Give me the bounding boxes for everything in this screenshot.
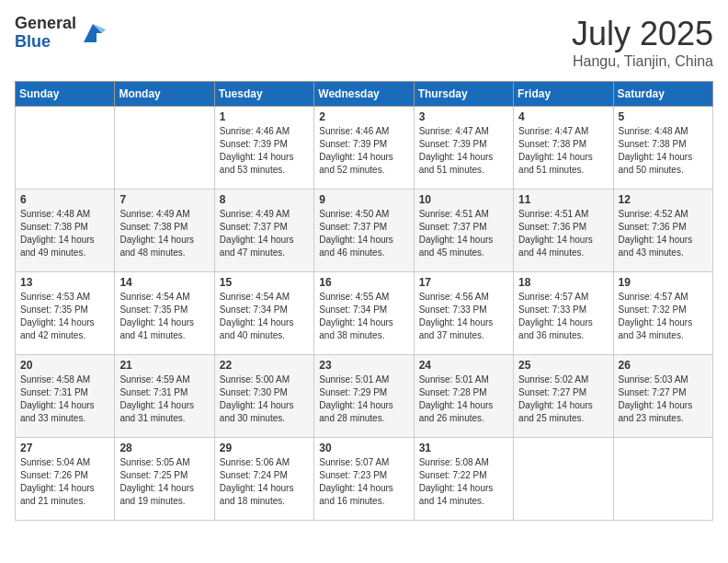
- day-number: 19: [619, 276, 708, 289]
- calendar-cell: 19Sunrise: 4:57 AMSunset: 7:32 PMDayligh…: [613, 272, 712, 355]
- day-number: 23: [319, 359, 408, 372]
- header-day: Friday: [514, 82, 613, 107]
- calendar-cell: [613, 438, 712, 521]
- calendar-cell: [514, 438, 613, 521]
- day-number: 15: [220, 276, 309, 289]
- day-info: Sunrise: 4:46 AMSunset: 7:39 PMDaylight:…: [319, 125, 408, 177]
- day-number: 16: [319, 276, 408, 289]
- calendar-cell: 24Sunrise: 5:01 AMSunset: 7:28 PMDayligh…: [414, 355, 513, 438]
- day-number: 5: [619, 110, 708, 123]
- day-number: 18: [518, 276, 608, 289]
- day-number: 2: [319, 110, 408, 123]
- day-info: Sunrise: 4:49 AMSunset: 7:37 PMDaylight:…: [220, 208, 309, 259]
- day-number: 26: [619, 359, 708, 372]
- header-day: Wednesday: [314, 82, 414, 107]
- day-number: 21: [119, 359, 209, 372]
- day-number: 14: [119, 276, 209, 289]
- calendar-header: SundayMondayTuesdayWednesdayThursdayFrid…: [16, 82, 713, 107]
- calendar-cell: [16, 107, 115, 190]
- header-day: Tuesday: [214, 82, 313, 107]
- calendar-cell: 29Sunrise: 5:06 AMSunset: 7:24 PMDayligh…: [214, 438, 313, 521]
- page-header: General Blue July 2025 Hangu, Tianjin, C…: [15, 15, 713, 70]
- day-number: 24: [419, 359, 508, 372]
- calendar-week: 27Sunrise: 5:04 AMSunset: 7:26 PMDayligh…: [16, 438, 713, 521]
- day-number: 6: [20, 193, 109, 206]
- day-info: Sunrise: 4:48 AMSunset: 7:38 PMDaylight:…: [619, 125, 708, 177]
- day-number: 10: [419, 193, 508, 206]
- calendar-cell: 6Sunrise: 4:48 AMSunset: 7:38 PMDaylight…: [16, 190, 115, 272]
- day-info: Sunrise: 5:05 AMSunset: 7:25 PMDaylight:…: [119, 456, 209, 508]
- day-number: 9: [319, 193, 408, 206]
- calendar-cell: 14Sunrise: 4:54 AMSunset: 7:35 PMDayligh…: [115, 272, 214, 355]
- logo-general: General: [15, 15, 76, 33]
- day-info: Sunrise: 4:54 AMSunset: 7:34 PMDaylight:…: [220, 291, 309, 342]
- day-info: Sunrise: 4:52 AMSunset: 7:36 PMDaylight:…: [619, 208, 708, 259]
- logo-blue: Blue: [15, 33, 76, 52]
- day-info: Sunrise: 4:58 AMSunset: 7:31 PMDaylight:…: [20, 373, 109, 425]
- day-number: 27: [20, 442, 109, 454]
- day-info: Sunrise: 4:49 AMSunset: 7:38 PMDaylight:…: [119, 208, 209, 259]
- day-number: 11: [518, 193, 608, 206]
- day-number: 4: [518, 110, 608, 123]
- day-info: Sunrise: 4:46 AMSunset: 7:39 PMDaylight:…: [220, 125, 309, 177]
- day-info: Sunrise: 4:51 AMSunset: 7:36 PMDaylight:…: [518, 208, 608, 259]
- day-number: 22: [220, 359, 309, 372]
- calendar-body: 1Sunrise: 4:46 AMSunset: 7:39 PMDaylight…: [16, 107, 713, 521]
- day-number: 20: [20, 359, 109, 372]
- logo: General Blue: [15, 15, 106, 52]
- day-number: 13: [20, 276, 109, 289]
- calendar-cell: 9Sunrise: 4:50 AMSunset: 7:37 PMDaylight…: [314, 190, 414, 272]
- calendar-subtitle: Hangu, Tianjin, China: [572, 53, 713, 70]
- calendar-week: 13Sunrise: 4:53 AMSunset: 7:35 PMDayligh…: [16, 272, 713, 355]
- header-day: Sunday: [16, 82, 115, 107]
- calendar-cell: 17Sunrise: 4:56 AMSunset: 7:33 PMDayligh…: [414, 272, 513, 355]
- day-number: 17: [419, 276, 508, 289]
- header-day: Saturday: [613, 82, 712, 107]
- day-info: Sunrise: 4:54 AMSunset: 7:35 PMDaylight:…: [119, 291, 209, 342]
- header-day: Monday: [115, 82, 214, 107]
- calendar-cell: 26Sunrise: 5:03 AMSunset: 7:27 PMDayligh…: [613, 355, 712, 438]
- calendar-week: 20Sunrise: 4:58 AMSunset: 7:31 PMDayligh…: [16, 355, 713, 438]
- day-info: Sunrise: 4:56 AMSunset: 7:33 PMDaylight:…: [419, 291, 508, 342]
- day-info: Sunrise: 4:55 AMSunset: 7:34 PMDaylight:…: [319, 291, 408, 342]
- calendar-cell: 27Sunrise: 5:04 AMSunset: 7:26 PMDayligh…: [16, 438, 115, 521]
- calendar-cell: 30Sunrise: 5:07 AMSunset: 7:23 PMDayligh…: [314, 438, 414, 521]
- calendar-cell: 13Sunrise: 4:53 AMSunset: 7:35 PMDayligh…: [16, 272, 115, 355]
- day-info: Sunrise: 5:01 AMSunset: 7:28 PMDaylight:…: [419, 373, 508, 425]
- calendar-table: SundayMondayTuesdayWednesdayThursdayFrid…: [15, 81, 713, 521]
- calendar-cell: 4Sunrise: 4:47 AMSunset: 7:38 PMDaylight…: [514, 107, 613, 190]
- calendar-cell: 2Sunrise: 4:46 AMSunset: 7:39 PMDaylight…: [314, 107, 414, 190]
- day-info: Sunrise: 5:00 AMSunset: 7:30 PMDaylight:…: [220, 373, 309, 425]
- calendar-cell: 10Sunrise: 4:51 AMSunset: 7:37 PMDayligh…: [414, 190, 513, 272]
- calendar-cell: 5Sunrise: 4:48 AMSunset: 7:38 PMDaylight…: [613, 107, 712, 190]
- calendar-week: 1Sunrise: 4:46 AMSunset: 7:39 PMDaylight…: [16, 107, 713, 190]
- header-day: Thursday: [414, 82, 513, 107]
- day-info: Sunrise: 5:08 AMSunset: 7:22 PMDaylight:…: [419, 456, 508, 508]
- calendar-cell: 18Sunrise: 4:57 AMSunset: 7:33 PMDayligh…: [514, 272, 613, 355]
- calendar-cell: 3Sunrise: 4:47 AMSunset: 7:39 PMDaylight…: [414, 107, 513, 190]
- header-row: SundayMondayTuesdayWednesdayThursdayFrid…: [16, 82, 713, 107]
- day-number: 28: [119, 442, 209, 454]
- calendar-cell: 12Sunrise: 4:52 AMSunset: 7:36 PMDayligh…: [613, 190, 712, 272]
- day-info: Sunrise: 4:59 AMSunset: 7:31 PMDaylight:…: [119, 373, 209, 425]
- day-number: 1: [220, 110, 309, 123]
- day-info: Sunrise: 5:03 AMSunset: 7:27 PMDaylight:…: [619, 373, 708, 425]
- day-info: Sunrise: 4:47 AMSunset: 7:38 PMDaylight:…: [518, 125, 608, 177]
- calendar-cell: 31Sunrise: 5:08 AMSunset: 7:22 PMDayligh…: [414, 438, 513, 521]
- calendar-cell: 15Sunrise: 4:54 AMSunset: 7:34 PMDayligh…: [214, 272, 313, 355]
- day-info: Sunrise: 5:07 AMSunset: 7:23 PMDaylight:…: [319, 456, 408, 508]
- day-number: 8: [220, 193, 309, 206]
- calendar-cell: 28Sunrise: 5:05 AMSunset: 7:25 PMDayligh…: [115, 438, 214, 521]
- calendar-cell: 22Sunrise: 5:00 AMSunset: 7:30 PMDayligh…: [214, 355, 313, 438]
- day-number: 25: [518, 359, 608, 372]
- day-number: 12: [619, 193, 708, 206]
- day-info: Sunrise: 4:47 AMSunset: 7:39 PMDaylight:…: [419, 125, 508, 177]
- day-number: 31: [419, 442, 508, 454]
- day-number: 30: [319, 442, 408, 454]
- calendar-week: 6Sunrise: 4:48 AMSunset: 7:38 PMDaylight…: [16, 190, 713, 272]
- day-info: Sunrise: 4:57 AMSunset: 7:33 PMDaylight:…: [518, 291, 608, 342]
- day-info: Sunrise: 4:57 AMSunset: 7:32 PMDaylight:…: [619, 291, 708, 342]
- day-info: Sunrise: 5:04 AMSunset: 7:26 PMDaylight:…: [20, 456, 109, 508]
- calendar-cell: 21Sunrise: 4:59 AMSunset: 7:31 PMDayligh…: [115, 355, 214, 438]
- calendar-cell: 20Sunrise: 4:58 AMSunset: 7:31 PMDayligh…: [16, 355, 115, 438]
